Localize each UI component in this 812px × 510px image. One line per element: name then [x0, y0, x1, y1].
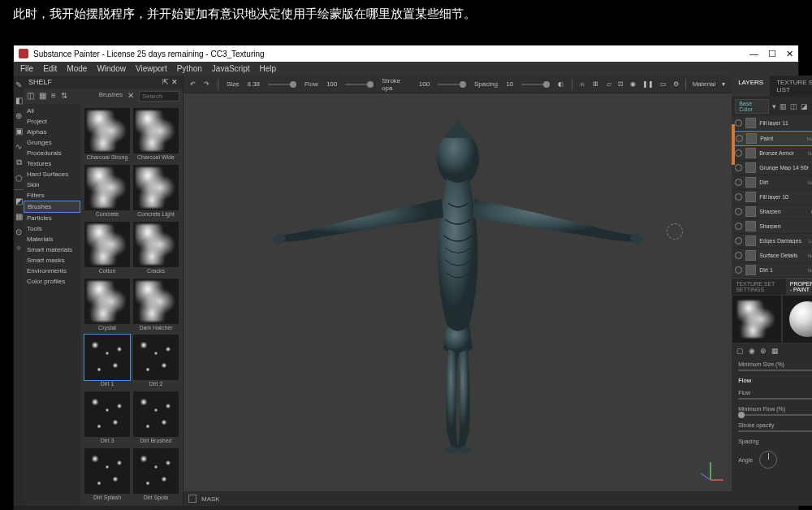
- tab-properties-paint[interactable]: PROPERTIES - PAINT: [786, 279, 812, 295]
- brush-tool-icon[interactable]: ✎: [15, 80, 22, 89]
- camera-icon[interactable]: ⊡: [618, 80, 624, 88]
- brush-item[interactable]: Dirt 3: [84, 391, 131, 446]
- iray-icon[interactable]: ◉: [630, 80, 636, 88]
- shelf-cat-grunges[interactable]: Grunges: [24, 137, 80, 148]
- shelf-cat-skin[interactable]: Skin: [24, 179, 80, 190]
- brush-item[interactable]: Dirt Brushed: [132, 391, 179, 446]
- layer-row[interactable]: PaintNorm 100: [732, 131, 812, 146]
- menu-window[interactable]: Window: [97, 64, 126, 73]
- layer-row[interactable]: Grunge Map 14 90mapMul 100: [732, 161, 812, 175]
- angle-dial[interactable]: [759, 451, 777, 469]
- strokeop-slider[interactable]: [738, 430, 812, 432]
- ref-tool-icon[interactable]: ▦: [15, 212, 23, 221]
- alpha-icon[interactable]: ▢: [736, 347, 744, 355]
- grid-icon[interactable]: ▦: [771, 347, 779, 355]
- layer-row[interactable]: DirtNorm 100: [732, 175, 812, 190]
- brush-item[interactable]: Cotton: [84, 221, 131, 276]
- symmetry-icon[interactable]: ⎌: [581, 80, 585, 88]
- brush-item[interactable]: Dirt Splash: [84, 447, 131, 503]
- redo-icon[interactable]: ↷: [204, 80, 209, 88]
- menu-javascript[interactable]: JavaScript: [212, 64, 250, 73]
- viewport-canvas[interactable]: [184, 93, 732, 491]
- shelf-cat-all[interactable]: All: [24, 106, 80, 116]
- visibility-toggle-icon[interactable]: [735, 266, 742, 274]
- visibility-toggle-icon[interactable]: [735, 119, 742, 127]
- menu-edit[interactable]: Edit: [43, 64, 57, 73]
- brush-item[interactable]: Dirt 2: [132, 334, 179, 389]
- brush-item[interactable]: Dirt 1: [84, 334, 131, 389]
- brush-item[interactable]: Charcoal Wide: [132, 107, 179, 162]
- light-gizmo-icon[interactable]: [667, 223, 683, 240]
- minimize-button[interactable]: —: [749, 49, 758, 59]
- add-layer-icon[interactable]: ▥: [780, 102, 787, 110]
- brush-item[interactable]: Concrete Light: [132, 164, 179, 219]
- visibility-toggle-icon[interactable]: [735, 179, 742, 186]
- brush-item[interactable]: Cracks: [132, 221, 179, 276]
- perspective-icon[interactable]: ▱: [607, 80, 611, 88]
- brush-item[interactable]: Charcoal Strong: [84, 107, 131, 162]
- menu-viewport[interactable]: Viewport: [136, 64, 167, 73]
- shelf-tab-label[interactable]: Brushes: [99, 91, 123, 102]
- add-mask-icon[interactable]: ◪: [801, 102, 808, 110]
- layer-row[interactable]: Surface DetailsNorm 100: [732, 249, 812, 263]
- shelf-cat-particles[interactable]: Particles: [24, 213, 80, 223]
- shelf-cat-tools[interactable]: Tools: [24, 223, 80, 234]
- brush-angle-icon[interactable]: ◐: [558, 80, 564, 88]
- shelf-cat-environments[interactable]: Environments: [24, 266, 80, 276]
- flow-slider[interactable]: [738, 398, 812, 400]
- visibility-toggle-icon[interactable]: [735, 223, 742, 230]
- shelf-collapse-icon[interactable]: ⇱ ✕: [162, 78, 178, 86]
- brush-item[interactable]: Crystal: [84, 278, 131, 333]
- add-fill-icon[interactable]: ◫: [790, 102, 797, 110]
- size-slider[interactable]: [268, 84, 296, 85]
- layer-row[interactable]: Dirt 1Norm 100: [732, 263, 812, 278]
- flow-slider[interactable]: [345, 84, 374, 85]
- grid-icon[interactable]: ⊞: [593, 80, 598, 88]
- shelf-filter-icon[interactable]: ◫: [27, 91, 34, 102]
- shelf-cat-hard-surfaces[interactable]: Hard Surfaces: [24, 169, 80, 179]
- shelf-cat-project[interactable]: Project: [24, 116, 80, 127]
- chevron-down-icon[interactable]: ▾: [772, 102, 776, 110]
- tab-layers[interactable]: LAYERS: [732, 76, 770, 97]
- polygon-tool-icon[interactable]: ⬠: [15, 174, 23, 183]
- menu-file[interactable]: File: [20, 64, 33, 73]
- visibility-toggle-icon[interactable]: [735, 193, 742, 201]
- fill-tool-icon[interactable]: ▣: [15, 127, 23, 136]
- brush-item[interactable]: Dirt Spots: [132, 447, 179, 503]
- shelf-cat-materials[interactable]: Materials: [24, 234, 80, 244]
- material-dropdown[interactable]: Material: [693, 80, 715, 88]
- layer-row[interactable]: Fill layer 10: [732, 190, 812, 205]
- add-icon[interactable]: ⊕: [760, 347, 767, 355]
- menu-python[interactable]: Python: [177, 64, 202, 73]
- stencil-icon[interactable]: ◉: [749, 347, 755, 355]
- visibility-toggle-icon[interactable]: [735, 208, 742, 215]
- shelf-cat-smart-masks[interactable]: Smart masks: [24, 255, 80, 266]
- shelf-tab-close-icon[interactable]: ✕: [127, 91, 134, 102]
- material-tool-icon[interactable]: ◩: [15, 197, 23, 205]
- layer-row[interactable]: Bronze ArmorNorm 100: [732, 146, 812, 161]
- shelf-cat-filters[interactable]: Filters: [24, 190, 80, 201]
- brush-item[interactable]: Dark Hatcher: [132, 278, 179, 333]
- minflow-slider[interactable]: [738, 414, 812, 416]
- spacing-slider[interactable]: [521, 84, 550, 85]
- shelf-grid-icon[interactable]: ▦: [39, 91, 46, 102]
- shelf-sort-icon[interactable]: ⇅: [61, 91, 67, 102]
- mask-checkbox[interactable]: [188, 495, 197, 503]
- display-icon[interactable]: ▭: [660, 80, 667, 88]
- visibility-toggle-icon[interactable]: [735, 252, 742, 259]
- projection-tool-icon[interactable]: ⊕: [15, 111, 22, 120]
- maximize-button[interactable]: ☐: [768, 49, 776, 59]
- shelf-cat-alphas[interactable]: Alphas: [24, 127, 80, 137]
- visibility-toggle-icon[interactable]: [735, 149, 742, 157]
- minsize-slider[interactable]: [738, 370, 812, 371]
- shelf-cat-procedurals[interactable]: Procedurals: [24, 148, 80, 158]
- undo-icon[interactable]: ↶: [190, 80, 196, 88]
- shelf-cat-brushes[interactable]: Brushes: [24, 201, 80, 213]
- visibility-toggle-icon[interactable]: [736, 135, 743, 142]
- menu-mode[interactable]: Mode: [67, 64, 87, 73]
- layer-row[interactable]: SharpenPthr 100: [732, 205, 812, 219]
- tab-texture-set-settings[interactable]: TEXTURE SET SETTINGS: [732, 279, 786, 295]
- eraser-tool-icon[interactable]: ◧: [15, 96, 23, 105]
- expand-tool-icon[interactable]: ⟐: [16, 243, 21, 252]
- layer-row[interactable]: Edges DamagesLdge 100: [732, 234, 812, 249]
